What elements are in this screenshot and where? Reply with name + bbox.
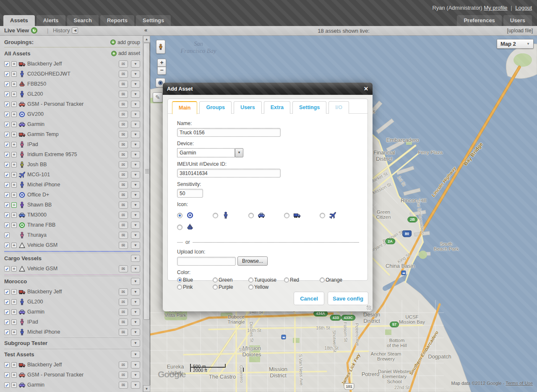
asset-expander[interactable]: + xyxy=(11,192,17,198)
ruler-control[interactable]: ✎ xyxy=(153,92,163,102)
asset-menu-button[interactable]: ▼ xyxy=(131,181,140,188)
tab-users[interactable]: Users xyxy=(503,15,532,26)
asset-message-button[interactable]: ✉ xyxy=(119,131,128,138)
asset-checkbox[interactable]: ✓ xyxy=(4,102,10,107)
asset-message-button[interactable]: ✉ xyxy=(119,60,128,68)
asset-menu-button[interactable]: ▼ xyxy=(131,141,140,148)
asset-checkbox[interactable]: ✓ xyxy=(4,182,10,188)
asset-message-button[interactable]: ✉ xyxy=(119,111,128,118)
icon-radio-dot[interactable] xyxy=(177,213,182,218)
dialog-tab-settings[interactable]: Settings xyxy=(292,101,326,114)
upload-file-link[interactable]: [upload file] xyxy=(507,28,533,34)
asset-message-button[interactable]: ✉ xyxy=(119,81,128,88)
asset-expander[interactable]: + xyxy=(11,299,17,305)
asset-menu-button[interactable]: ▼ xyxy=(131,101,140,108)
pegman-control[interactable] xyxy=(156,40,165,54)
asset-message-button[interactable]: ✉ xyxy=(119,121,128,128)
asset-message-button[interactable]: ✉ xyxy=(119,161,128,168)
asset-checkbox[interactable]: ✓ xyxy=(4,202,10,208)
cancel-button[interactable]: Cancel xyxy=(294,292,324,305)
asset-message-button[interactable]: ✉ xyxy=(119,191,128,199)
zoom-out-button[interactable]: − xyxy=(157,67,166,75)
group-menu-button[interactable]: ▼ xyxy=(131,255,140,262)
group-menu-button[interactable]: ▼ xyxy=(131,278,140,285)
device-select[interactable]: Garmin xyxy=(177,148,235,157)
asset-expander[interactable]: + xyxy=(11,112,17,117)
asset-message-button[interactable]: ✉ xyxy=(119,242,128,249)
add-asset-button[interactable]: +add asset xyxy=(111,50,140,56)
upload-icon-field[interactable] xyxy=(177,257,236,266)
asset-message-button[interactable]: ✉ xyxy=(119,71,128,78)
asset-expander[interactable]: + xyxy=(11,382,17,388)
browse-button[interactable]: Browse... xyxy=(237,256,268,266)
asset-menu-button[interactable]: ▼ xyxy=(131,371,140,379)
asset-message-button[interactable]: ✉ xyxy=(119,181,128,188)
asset-checkbox[interactable]: ✓ xyxy=(4,61,10,67)
color-radio-red[interactable] xyxy=(284,277,289,282)
asset-expander[interactable]: + xyxy=(11,182,17,188)
asset-checkbox[interactable]: ✓ xyxy=(4,132,10,137)
close-icon[interactable]: ✕ xyxy=(364,86,368,92)
icon-radio-boat[interactable] xyxy=(177,225,182,230)
asset-expander[interactable]: + xyxy=(11,212,17,218)
asset-menu-button[interactable]: ▼ xyxy=(131,308,140,316)
asset-message-button[interactable]: ✉ xyxy=(119,101,128,108)
icon-radio-plane[interactable] xyxy=(320,213,325,218)
scroll-up-arrow[interactable]: ▲ xyxy=(143,36,150,42)
asset-message-button[interactable]: ✉ xyxy=(119,201,128,209)
asset-checkbox[interactable]: ✓ xyxy=(4,122,10,127)
asset-menu-button[interactable]: ▼ xyxy=(131,361,140,368)
asset-checkbox[interactable]: ✓ xyxy=(4,309,10,315)
history-toggle[interactable]: History ◀ xyxy=(53,27,78,34)
asset-expander[interactable]: + xyxy=(11,329,17,335)
asset-expander[interactable]: + xyxy=(11,132,17,137)
asset-expander[interactable]: + xyxy=(11,162,17,167)
asset-menu-button[interactable]: ▼ xyxy=(131,191,140,199)
asset-menu-button[interactable]: ▼ xyxy=(131,265,140,272)
asset-message-button[interactable]: ✉ xyxy=(119,288,128,295)
asset-menu-button[interactable]: ▼ xyxy=(131,171,140,178)
asset-menu-button[interactable]: ▼ xyxy=(131,91,140,98)
asset-menu-button[interactable]: ▼ xyxy=(131,81,140,88)
asset-checkbox[interactable]: ✓ xyxy=(4,243,10,248)
scroll-down-arrow[interactable]: ▼ xyxy=(143,385,150,392)
asset-menu-button[interactable]: ▼ xyxy=(131,151,140,158)
history-back-icon[interactable]: ◀ xyxy=(72,27,78,34)
icon-radio-person[interactable] xyxy=(213,213,218,218)
asset-expander[interactable]: + xyxy=(11,372,17,378)
resize-handle[interactable] xyxy=(367,306,371,310)
asset-expander[interactable]: + xyxy=(11,309,17,315)
tab-alerts[interactable]: Alerts xyxy=(36,15,65,26)
tab-assets[interactable]: Assets xyxy=(3,15,35,26)
asset-expander[interactable]: + xyxy=(11,142,17,147)
asset-menu-button[interactable]: ▼ xyxy=(131,298,140,306)
asset-menu-button[interactable]: ▼ xyxy=(131,232,140,239)
tab-settings[interactable]: Settings xyxy=(136,15,171,26)
asset-checkbox[interactable]: ✓ xyxy=(4,319,10,325)
asset-menu-button[interactable]: ▼ xyxy=(131,382,140,389)
live-view-toggle[interactable]: Live View ↻ xyxy=(4,27,37,34)
asset-expander[interactable]: + xyxy=(11,266,17,272)
device-dropdown-button[interactable]: ▼ xyxy=(235,148,243,157)
asset-message-button[interactable]: ✉ xyxy=(119,91,128,98)
asset-menu-button[interactable]: ▼ xyxy=(131,131,140,138)
asset-checkbox[interactable]: ✓ xyxy=(4,112,10,117)
dialog-tab-groups[interactable]: Groups xyxy=(199,101,231,114)
asset-message-button[interactable]: ✉ xyxy=(119,151,128,158)
color-radio-green[interactable] xyxy=(213,277,218,282)
dialog-tab-extra[interactable]: Extra xyxy=(264,101,290,114)
tab-reports[interactable]: Reports xyxy=(100,15,134,26)
color-radio-orange[interactable] xyxy=(320,277,325,282)
sidebar-collapse-button[interactable]: « xyxy=(144,27,147,33)
asset-checkbox[interactable]: ✓ xyxy=(4,91,10,97)
asset-expander[interactable]: + xyxy=(11,71,17,77)
asset-expander[interactable]: + xyxy=(11,222,17,228)
asset-checkbox[interactable]: ✓ xyxy=(4,81,10,87)
asset-checkbox[interactable]: ✓ xyxy=(4,162,10,167)
asset-expander[interactable]: + xyxy=(11,362,17,368)
asset-expander[interactable]: + xyxy=(11,152,17,157)
asset-message-button[interactable]: ✉ xyxy=(119,141,128,148)
icon-radio-truck[interactable] xyxy=(284,213,289,218)
tab-search[interactable]: Search xyxy=(67,15,99,26)
asset-checkbox[interactable]: ✓ xyxy=(4,372,10,378)
